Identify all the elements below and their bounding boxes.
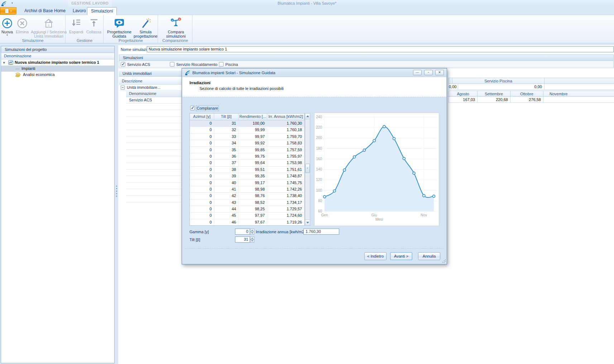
value-agosto: 167,03 [448, 97, 478, 103]
tab-lavoro[interactable]: Lavoro [69, 7, 90, 15]
col-irr-annua[interactable]: Irr. Annua [kWh/m2] [267, 114, 304, 120]
irradiation-table-row[interactable]: 03699,751.755,97 [190, 153, 304, 160]
scroll-down-button[interactable] [305, 220, 310, 225]
servizio-riscaldamento-checkbox-row[interactable]: Servizio Riscaldamento [170, 62, 217, 67]
dialog-close-button[interactable]: ✕ [435, 70, 444, 75]
nome-simulazione-input[interactable]: Nuova simulazione impianto solare termic… [147, 46, 614, 52]
svg-text:180: 180 [316, 147, 322, 150]
simula-progettazione-button[interactable]: Simula progettazione [132, 16, 159, 39]
dialog-title-bar[interactable]: Blumatica impianti Solari - Simulazione … [182, 68, 447, 77]
nuova-button[interactable]: Nuova▾ [0, 16, 14, 37]
irradiazione-annua-field[interactable]: 1.760,30 [303, 229, 339, 235]
irradiation-table-row[interactable]: 03299,991.760,18 [190, 127, 304, 133]
application-window: ▾ GESTIONE LAVORO Blumatica Impianti - V… [0, 0, 614, 364]
scroll-up-button[interactable] [305, 114, 310, 119]
month-header-novembre[interactable]: Novembre [543, 91, 614, 97]
col-rendimento[interactable]: Rendimento [... [239, 114, 267, 120]
project-simulations-panel-header: Simulazioni del progetto [1, 46, 114, 53]
piscina-checkbox[interactable] [219, 62, 224, 67]
tree-root-label: Nuova simulazione impianto solare termic… [15, 59, 99, 66]
servizio-acs-label: Servizio ACS [127, 62, 150, 67]
piscina-checkbox-row[interactable]: Piscina [219, 62, 238, 67]
table-scrollbar[interactable]: ≡ [305, 113, 310, 226]
irradiation-table-row[interactable]: 04198,981.742,26 [190, 186, 304, 193]
svg-text:240: 240 [316, 115, 322, 119]
irradiation-table-row[interactable]: 03999,351.748,87 [190, 173, 304, 179]
value-novembre [543, 97, 614, 103]
tree-item-analisi-economica[interactable]: Analisi economica [1, 72, 114, 78]
project-simulations-panel: Simulazioni del progetto Denominazione ▾… [1, 46, 115, 363]
irradiation-table-row[interactable]: 03399,971.759,70 [190, 134, 304, 140]
irradiation-table-row[interactable]: 03899,511.751,61 [190, 167, 304, 173]
panel-splitter[interactable] [115, 46, 118, 364]
month-header-settembre[interactable]: Settembre [477, 91, 510, 97]
denominazione-column-header[interactable]: Denominazione [1, 53, 114, 59]
irradiation-table-row[interactable]: 03799,641.753,98 [190, 160, 304, 166]
irradiation-table-row[interactable]: 03599,851.757,59 [190, 147, 304, 153]
annulla-button[interactable]: Annulla [418, 252, 440, 260]
dialog-maximize-button[interactable]: ▫ [424, 70, 433, 75]
irradiation-table-row[interactable]: 031100,001.760,30 [190, 120, 304, 127]
irradiazione-annua-label: Irradiazione annua [kwh/m2] [256, 230, 305, 234]
nuova-caret-icon: ▾ [6, 34, 8, 36]
scroll-down-icon [306, 222, 309, 224]
compara-simulazioni-button[interactable]: A B Compara simulazioni [162, 16, 190, 39]
svg-text:160: 160 [316, 157, 322, 161]
collassa-button[interactable]: Collassa [85, 16, 103, 35]
progettazione-guidata-button[interactable]: Progettazione Guidata [106, 16, 132, 39]
gamma-spinner[interactable] [250, 229, 254, 235]
month-header-agosto[interactable]: Agosto [448, 91, 478, 97]
aggiungi-seleziona-button[interactable]: Aggiungi / Seleziona Unità Immobiliari [30, 16, 67, 39]
svg-text:Gen: Gen [321, 213, 328, 217]
svg-text:220: 220 [316, 125, 322, 129]
complanare-checkbox-row[interactable]: Complanare [190, 106, 218, 110]
servizio-riscaldamento-checkbox[interactable] [170, 62, 174, 67]
dialog-resize-grip[interactable] [442, 259, 446, 263]
indietro-button[interactable]: < Indietro [364, 252, 387, 260]
gamma-input[interactable]: 0 [235, 229, 250, 235]
col-tilt[interactable]: Tilt [β] [214, 114, 239, 120]
irradiation-table-row[interactable]: 04099,171.745,75 [190, 180, 304, 186]
tilt-spinner[interactable] [250, 236, 254, 243]
dialog-minimize-button[interactable]: — [413, 70, 422, 75]
gamma-label: Gamma [γ] [190, 230, 209, 234]
irradiation-table-row[interactable]: 04498,251.729,57 [190, 206, 304, 212]
elimina-button[interactable]: Elimina [14, 16, 30, 35]
tilt-input[interactable]: 31 [235, 236, 250, 243]
tree-expander-icon[interactable]: ▾ [3, 61, 7, 64]
application-menu-icon [5, 8, 10, 14]
group-label-comparazione: Comparazione [158, 38, 192, 43]
irradiation-table-row[interactable]: 04697,671.719,26 [190, 219, 304, 226]
tree-item-impianti[interactable]: — Impianti [1, 66, 114, 72]
application-menu-button[interactable]: ▾ [0, 7, 16, 15]
tree-root-simulazione[interactable]: ▾ Nuova simulazione impianto solare term… [1, 59, 114, 66]
collapse-box-icon[interactable] [121, 86, 125, 90]
svg-text:100: 100 [316, 188, 322, 192]
irradiation-table-row[interactable]: 03499,921.758,83 [190, 140, 304, 147]
col-azimut[interactable]: Azimut [γ] [190, 114, 214, 120]
servizio-acs-checkbox[interactable] [121, 62, 125, 67]
house-icon [43, 18, 55, 29]
avanti-button[interactable]: Avanti > [390, 252, 412, 260]
espandi-button[interactable]: Espandi [68, 16, 85, 35]
tab-simulazioni[interactable]: Simulazioni [87, 7, 117, 15]
irradiation-table-row[interactable]: 04597,971.724,60 [190, 212, 304, 219]
servizio-riscaldamento-label: Servizio Riscaldamento [176, 62, 217, 67]
irradiation-table-row[interactable]: 04398,521.734,17 [190, 200, 304, 206]
month-header-ottobre[interactable]: Ottobre [510, 91, 543, 97]
complanare-checkbox[interactable] [190, 106, 195, 110]
irradiation-table-row[interactable]: 04298,761.738,40 [190, 193, 304, 199]
magic-wand-icon [139, 18, 152, 29]
scrollbar-thumb[interactable]: ≡ [305, 164, 310, 173]
next-group-total-cell [544, 84, 614, 90]
blumatica-logo-icon [185, 70, 191, 76]
tab-home[interactable]: Home [51, 7, 69, 15]
irradiation-table-body: 031100,001.760,3003299,991.760,1803399,9… [190, 120, 304, 226]
value-ottobre: 276,58 [510, 97, 543, 103]
servizio-piscina-header[interactable]: Servizio Piscina [452, 78, 545, 84]
compare-scales-icon: A B [170, 18, 182, 29]
servizio-acs-checkbox-row[interactable]: Servizio ACS [121, 62, 150, 67]
elimina-x-icon [16, 18, 28, 29]
tree-item-impianti-label: Impianti [21, 66, 35, 72]
dialog-separator [185, 248, 443, 249]
